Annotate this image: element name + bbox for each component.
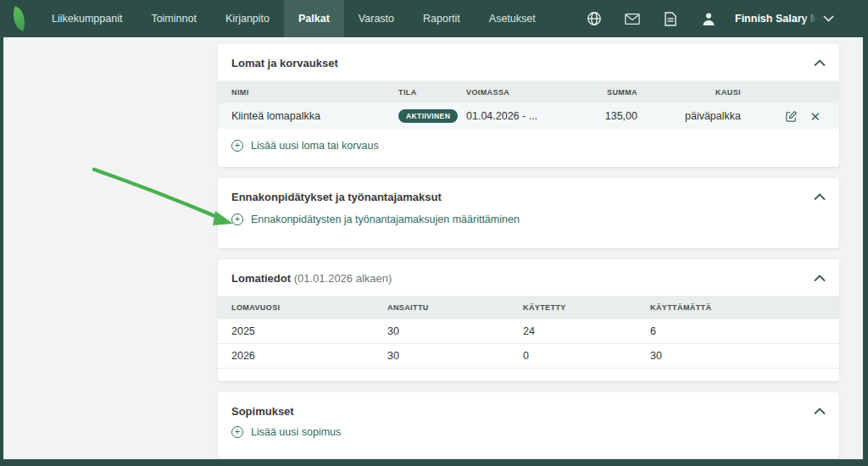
globe-icon[interactable] (587, 11, 602, 26)
account-menu[interactable]: Finnish Salary Modul (735, 13, 834, 25)
plus-circle-icon (231, 214, 243, 225)
nav-item-palkat[interactable]: Palkat (284, 0, 344, 37)
card-sopimukset-header[interactable]: Sopimukset (218, 392, 839, 421)
col-summa: SUMMA (565, 88, 637, 97)
row-actions: ✕ (741, 110, 839, 123)
col-ansaittu: ANSAITTU (387, 303, 523, 312)
main-nav: Liikekumppanit Toiminnot Kirjanpito Palk… (37, 0, 550, 37)
cell-voimassa: 01.04.2026 - ... (466, 110, 565, 122)
lomatiedot-table-header: LOMAVUOSI ANSAITTU KÄYTETTY KÄYTTÄMÄTTÄ (218, 296, 839, 319)
edit-icon[interactable] (785, 110, 798, 123)
col-nimi: NIMI (218, 88, 398, 97)
card-sopimukset: Sopimukset Lisää uusi sopimus (218, 392, 839, 458)
col-kayttamatta: KÄYTTÄMÄTTÄ (650, 303, 839, 312)
card-lomatiedot-header[interactable]: Lomatiedot (01.01.2026 alkaen) (218, 259, 839, 296)
top-navbar: Liikekumppanit Toiminnot Kirjanpito Palk… (0, 0, 868, 37)
card-lomat-ja-korvaukset: Lomat ja korvaukset NIMI TILA VOIMASSA S… (218, 44, 839, 167)
lomatiedot-title-text: Lomatiedot (231, 272, 291, 285)
cell-kausi: päiväpalkka (637, 110, 741, 122)
table-row: Kiinteä lomapalkka AKTIIVINEN 01.04.2026… (218, 103, 839, 129)
col-kaytetty: KÄYTETTY (523, 303, 650, 312)
col-tila: TILA (398, 88, 466, 97)
nav-item-asetukset[interactable]: Asetukset (475, 0, 550, 37)
cell-nimi: Kiinteä lomapalkka (218, 110, 398, 122)
add-loma-link[interactable]: Lisää uusi loma tai korvaus (218, 129, 839, 164)
brand-logo[interactable] (0, 0, 37, 37)
card-lomatiedot-title: Lomatiedot (01.01.2026 alkaen) (231, 272, 392, 285)
plus-circle-icon (231, 426, 243, 438)
nav-icon-group (587, 11, 716, 26)
add-sopimus-link[interactable]: Lisää uusi sopimus (218, 421, 839, 451)
col-lomavuosi: LOMAVUOSI (218, 303, 387, 312)
add-loma-label: Lisää uusi loma tai korvaus (251, 140, 379, 152)
collapse-chevron-icon[interactable] (814, 275, 826, 282)
mail-icon[interactable] (625, 11, 640, 26)
nav-item-raportit[interactable]: Raportit (409, 0, 475, 37)
document-icon[interactable] (663, 11, 678, 26)
cell-lomavuosi: 2025 (218, 325, 387, 337)
cell-ansaittu: 30 (387, 325, 523, 337)
table-row: 2025 30 24 6 (218, 319, 839, 344)
cell-kaytetty: 0 (523, 350, 650, 362)
card-lomat-title: Lomat ja korvaukset (231, 57, 338, 69)
cell-ansaittu: 30 (387, 350, 523, 362)
col-kausi: KAUSI (637, 88, 741, 97)
card-ennakonpidatykset-header[interactable]: Ennakonpidätykset ja työnantajamaksut (218, 178, 839, 208)
lomatiedot-subtitle: (01.01.2026 alkaen) (294, 272, 392, 285)
cell-tila: AKTIIVINEN (398, 109, 466, 123)
maarittaminen-label: Ennakonpidätysten ja työnantajamaksujen … (251, 214, 520, 225)
lomatiedot-table-body: 2025 30 24 6 2026 30 0 30 (218, 319, 839, 379)
collapse-chevron-icon[interactable] (814, 59, 826, 67)
card-ennakonpidatykset-title: Ennakonpidätykset ja työnantajamaksut (231, 191, 442, 203)
account-label: Finnish Salary Modul (735, 13, 816, 25)
nav-item-varasto[interactable]: Varasto (344, 0, 409, 37)
cell-lomavuosi: 2026 (218, 350, 387, 362)
detail-panel: Lomat ja korvaukset NIMI TILA VOIMASSA S… (218, 44, 839, 458)
user-icon[interactable] (701, 11, 716, 26)
cell-summa: 135,00 (565, 110, 637, 122)
nav-item-toiminnot[interactable]: Toiminnot (136, 0, 211, 37)
col-voimassa: VOIMASSA (466, 88, 565, 97)
nav-item-kirjanpito[interactable]: Kirjanpito (211, 0, 284, 37)
leaf-icon (9, 6, 29, 31)
cell-kaytetty: 24 (523, 325, 650, 337)
card-lomatiedot: Lomatiedot (01.01.2026 alkaen) LOMAVUOSI… (218, 259, 839, 381)
plus-circle-icon (231, 140, 243, 152)
card-sopimukset-title: Sopimukset (231, 405, 294, 418)
nav-item-liikekumppanit[interactable]: Liikekumppanit (37, 0, 136, 37)
table-row: 2026 30 0 30 (218, 344, 839, 369)
collapse-chevron-icon[interactable] (814, 408, 826, 415)
lomat-table-header: NIMI TILA VOIMASSA SUMMA KAUSI (218, 80, 839, 103)
maarittaminen-link[interactable]: Ennakonpidätysten ja työnantajamaksujen … (218, 208, 839, 238)
status-badge: AKTIIVINEN (398, 109, 458, 123)
page-content: Lomat ja korvaukset NIMI TILA VOIMASSA S… (3, 37, 863, 459)
chevron-down-icon (823, 15, 834, 22)
cell-kayttamatta: 30 (650, 350, 839, 362)
add-sopimus-label: Lisää uusi sopimus (251, 426, 341, 438)
card-ennakonpidatykset: Ennakonpidätykset ja työnantajamaksut En… (218, 178, 839, 248)
collapse-chevron-icon[interactable] (814, 193, 826, 201)
delete-icon[interactable]: ✕ (810, 110, 821, 123)
card-lomat-header[interactable]: Lomat ja korvaukset (218, 44, 839, 80)
cell-kayttamatta: 6 (650, 325, 839, 337)
